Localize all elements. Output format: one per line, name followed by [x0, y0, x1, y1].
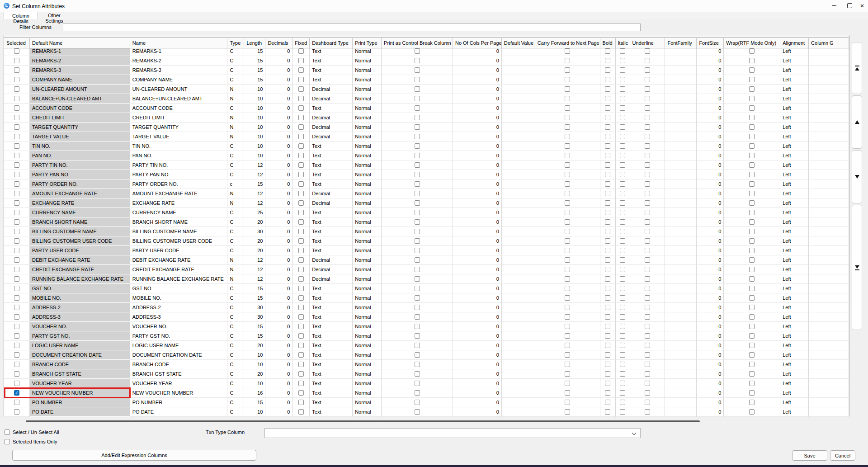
row-select-checkbox[interactable] [14, 324, 19, 329]
bold-checkbox[interactable] [605, 305, 610, 310]
carry_forward-checkbox[interactable] [565, 248, 570, 253]
italic-checkbox[interactable] [620, 172, 625, 177]
bold-checkbox[interactable] [605, 229, 610, 234]
wrap-checkbox[interactable] [749, 153, 755, 158]
carry_forward-checkbox[interactable] [565, 381, 570, 386]
grid-row-remarks-3[interactable]: REMARKS-3REMARKS-3C150TextNormal00Left [4, 66, 849, 75]
carry_forward-checkbox[interactable] [565, 409, 570, 415]
grid-row-company-name[interactable]: COMPANY NAMECOMPANY NAMEC150TextNormal00… [4, 75, 849, 85]
underline-checkbox[interactable] [645, 67, 650, 73]
fixed-checkbox[interactable] [298, 191, 304, 196]
print_as_control_break-checkbox[interactable] [415, 105, 420, 111]
print_as_control_break-checkbox[interactable] [415, 67, 420, 73]
wrap-checkbox[interactable] [749, 77, 755, 82]
bold-checkbox[interactable] [605, 286, 610, 291]
row-select-checkbox[interactable] [14, 172, 19, 177]
carry_forward-checkbox[interactable] [565, 257, 570, 263]
underline-checkbox[interactable] [645, 305, 650, 310]
carry_forward-checkbox[interactable] [565, 162, 570, 168]
fixed-checkbox[interactable] [298, 48, 304, 54]
underline-checkbox[interactable] [645, 162, 650, 168]
fixed-checkbox[interactable] [298, 352, 304, 358]
wrap-checkbox[interactable] [749, 96, 755, 101]
fixed-checkbox[interactable] [298, 210, 304, 215]
print_as_control_break-checkbox[interactable] [415, 305, 420, 310]
underline-checkbox[interactable] [645, 229, 650, 234]
wrap-checkbox[interactable] [749, 219, 755, 225]
grid-row-remarks-1[interactable]: REMARKS-1REMARKS-1C150TextNormal00Left [4, 48, 849, 56]
print_as_control_break-checkbox[interactable] [415, 257, 420, 263]
bold-checkbox[interactable] [605, 343, 610, 348]
bold-checkbox[interactable] [605, 191, 610, 196]
bold-checkbox[interactable] [605, 58, 610, 63]
bold-checkbox[interactable] [605, 48, 610, 54]
wrap-checkbox[interactable] [749, 276, 755, 282]
fixed-checkbox[interactable] [298, 333, 304, 339]
grid-row-voucher-no-[interactable]: VOUCHER NO.VOUCHER NO.C150TextNormal00Le… [4, 322, 849, 331]
row-select-checkbox[interactable] [14, 153, 19, 158]
grid-row-party-tin-no-[interactable]: PARTY TIN NO.PARTY TIN NO.C120TextNormal… [4, 160, 849, 170]
print_as_control_break-checkbox[interactable] [415, 200, 420, 206]
carry_forward-checkbox[interactable] [565, 286, 570, 291]
print_as_control_break-checkbox[interactable] [415, 286, 420, 291]
scroll-down-button[interactable] [852, 150, 862, 203]
fixed-checkbox[interactable] [298, 238, 304, 244]
cancel-button[interactable]: Cancel [830, 450, 855, 461]
underline-checkbox[interactable] [645, 409, 650, 415]
row-select-checkbox[interactable] [14, 96, 19, 101]
carry_forward-checkbox[interactable] [565, 333, 570, 339]
print_as_control_break-checkbox[interactable] [415, 295, 420, 301]
underline-checkbox[interactable] [645, 362, 650, 367]
italic-checkbox[interactable] [620, 333, 625, 339]
wrap-checkbox[interactable] [749, 238, 755, 244]
column-header-fixed[interactable]: Fixed [292, 38, 310, 48]
bold-checkbox[interactable] [605, 324, 610, 329]
underline-checkbox[interactable] [645, 181, 650, 187]
row-select-checkbox[interactable] [14, 200, 19, 206]
row-select-checkbox[interactable] [14, 115, 19, 120]
wrap-checkbox[interactable] [749, 210, 755, 215]
italic-checkbox[interactable] [620, 77, 625, 82]
underline-checkbox[interactable] [645, 153, 650, 158]
italic-checkbox[interactable] [620, 343, 625, 348]
row-select-checkbox[interactable] [14, 390, 19, 396]
bold-checkbox[interactable] [605, 352, 610, 358]
italic-checkbox[interactable] [620, 153, 625, 158]
fixed-checkbox[interactable] [298, 257, 304, 263]
grid-row-exchange-rate[interactable]: EXCHANGE RATEEXCHANGE RATEN120DecimalNor… [4, 198, 849, 208]
bold-checkbox[interactable] [605, 362, 610, 367]
fixed-checkbox[interactable] [298, 267, 304, 272]
grid-row-amount-exchange-rate[interactable]: AMOUNT EXCHANGE RATEAMOUNT EXCHANGE RATE… [4, 189, 849, 198]
carry_forward-checkbox[interactable] [565, 77, 570, 82]
carry_forward-checkbox[interactable] [565, 153, 570, 158]
grid-row-pan-no-[interactable]: PAN NO.PAN NO.C100TextNormal00Left [4, 151, 849, 160]
carry_forward-checkbox[interactable] [565, 305, 570, 310]
italic-checkbox[interactable] [620, 352, 625, 358]
grid-row-voucher-year[interactable]: VOUCHER YEARVOUCHER YEARC100TextNormal00… [4, 379, 849, 388]
grid-row-remarks-2[interactable]: REMARKS-2REMARKS-2C150TextNormal00Left [4, 56, 849, 66]
print_as_control_break-checkbox[interactable] [415, 219, 420, 225]
carry_forward-checkbox[interactable] [565, 229, 570, 234]
italic-checkbox[interactable] [620, 96, 625, 101]
print_as_control_break-checkbox[interactable] [415, 314, 420, 320]
print_as_control_break-checkbox[interactable] [415, 390, 420, 396]
underline-checkbox[interactable] [645, 115, 650, 120]
italic-checkbox[interactable] [620, 86, 625, 92]
row-select-checkbox[interactable] [14, 267, 19, 272]
carry_forward-checkbox[interactable] [565, 390, 570, 396]
row-select-checkbox[interactable] [14, 314, 19, 320]
grid-row-target-value[interactable]: TARGET VALUETARGET VALUEN100DecimalNorma… [4, 132, 849, 142]
row-select-checkbox[interactable] [14, 343, 19, 348]
italic-checkbox[interactable] [620, 238, 625, 244]
bold-checkbox[interactable] [605, 200, 610, 206]
close-button[interactable]: ✕ [856, 0, 868, 11]
column-header-selected[interactable]: Selected [4, 38, 30, 48]
column-header-print_as_control_break[interactable]: Print as Control Break Column [382, 38, 453, 48]
carry_forward-checkbox[interactable] [565, 400, 570, 405]
italic-checkbox[interactable] [620, 229, 625, 234]
print_as_control_break-checkbox[interactable] [415, 381, 420, 386]
wrap-checkbox[interactable] [749, 172, 755, 177]
italic-checkbox[interactable] [620, 124, 625, 130]
wrap-checkbox[interactable] [749, 124, 755, 130]
print_as_control_break-checkbox[interactable] [415, 267, 420, 272]
